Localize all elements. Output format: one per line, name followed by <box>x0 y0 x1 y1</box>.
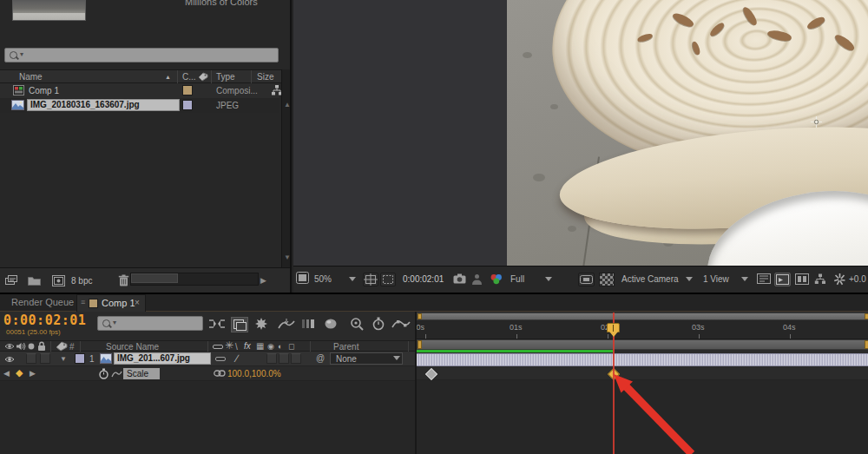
current-timecode[interactable]: 0:00:02:01 <box>3 313 86 328</box>
layer-switch-cell[interactable] <box>266 353 277 364</box>
always-preview-icon[interactable] <box>296 272 309 286</box>
pixel-aspect-icon[interactable] <box>578 273 595 286</box>
scale-value[interactable]: 100.0,100.0% <box>227 369 281 378</box>
magnification-chevron-icon[interactable] <box>349 277 356 281</box>
comp-mini-flowchart-icon[interactable] <box>208 317 226 332</box>
work-area-start-handle[interactable] <box>418 340 422 349</box>
tab-render-queue[interactable]: Render Queue <box>11 297 74 307</box>
viewer-timecode[interactable]: 0:00:02:01 <box>403 273 444 286</box>
show-snapshot-icon[interactable] <box>471 273 483 287</box>
navigator-end-handle[interactable] <box>865 313 868 319</box>
column-label[interactable]: C... <box>182 72 196 82</box>
project-item-footage-selected[interactable]: IMG_20180316_163607.jpg JPEG <box>0 98 279 113</box>
source-name-column-header[interactable]: Source Name <box>106 342 159 352</box>
layer-row-1[interactable]: ▼ 1 IMG_201...607.jpg ∕ @ None <box>0 352 415 366</box>
property-stopwatch-icon[interactable] <box>98 368 109 379</box>
tab-comp-1[interactable]: ≡ Comp 1 × <box>76 294 146 312</box>
layer-label-swatch[interactable] <box>75 353 85 364</box>
column-name[interactable]: Name <box>19 72 43 82</box>
project-item-comp[interactable]: Comp 1 Composi... <box>0 83 279 98</box>
show-channel-icon[interactable] <box>490 273 503 287</box>
label-tag-icon[interactable] <box>198 72 208 82</box>
item-name[interactable]: Comp 1 <box>29 86 59 95</box>
tab-label[interactable]: Comp 1 <box>102 298 135 308</box>
label-color-swatch[interactable] <box>182 85 193 95</box>
layer-shy-toggle[interactable] <box>215 357 226 361</box>
composition-canvas[interactable] <box>293 0 868 266</box>
new-folder-icon[interactable] <box>28 275 41 286</box>
scrollbar-thumb[interactable] <box>131 273 178 283</box>
scroll-down-icon[interactable]: ▼ <box>284 253 291 261</box>
hide-shy-layers-icon[interactable] <box>253 317 271 332</box>
layer-name-selected[interactable]: IMG_201...607.jpg <box>114 352 211 365</box>
view-layout-value[interactable]: 1 View <box>703 273 729 286</box>
graph-toggle-icon[interactable] <box>111 369 122 378</box>
item-name-selected[interactable]: IMG_20180316_163607.jpg <box>27 99 180 111</box>
resolution-value[interactable]: Full <box>510 273 524 286</box>
previous-keyframe-icon[interactable]: ◀ <box>3 369 10 378</box>
motion-blur-icon[interactable] <box>300 317 318 332</box>
parent-column-header[interactable]: Parent <box>333 342 358 352</box>
3d-view-chevron-icon[interactable] <box>686 277 693 281</box>
timeline-search-input[interactable]: ▾ <box>97 316 203 331</box>
auto-keyframe-icon[interactable] <box>349 317 366 332</box>
layer-visibility-eye-icon[interactable] <box>4 355 15 364</box>
audio-toggle-cell[interactable] <box>26 353 36 364</box>
graph-editor-icon[interactable] <box>391 317 413 332</box>
layer-duration-bar[interactable] <box>417 353 868 366</box>
work-area-bar[interactable] <box>417 339 868 350</box>
close-tab-icon[interactable]: × <box>135 298 140 307</box>
trash-icon[interactable] <box>118 274 129 286</box>
next-keyframe-icon[interactable]: ▶ <box>30 369 36 378</box>
parent-dropdown[interactable]: None <box>330 352 403 365</box>
solo-toggle-cell[interactable] <box>40 353 50 364</box>
new-composition-icon[interactable] <box>52 275 65 286</box>
time-ruler[interactable]: 0:00s 01s 02s 03s 04s <box>417 320 868 339</box>
mini-flowchart-icon[interactable] <box>814 273 826 287</box>
fast-previews-icon[interactable] <box>757 273 771 287</box>
3d-view-value[interactable]: Active Camera <box>621 273 679 286</box>
resolution-chevron-icon[interactable] <box>545 277 552 281</box>
project-search-input[interactable]: ▾ <box>4 48 279 63</box>
layer-switch-cell[interactable] <box>291 353 301 364</box>
search-options-chevron-icon[interactable]: ▾ <box>20 50 23 58</box>
column-size[interactable]: Size <box>257 72 279 82</box>
twirl-down-icon[interactable]: ▼ <box>60 355 67 363</box>
layer-switch-cell[interactable] <box>279 353 289 364</box>
constrain-link-icon[interactable] <box>214 370 226 377</box>
transparency-grid-icon[interactable] <box>599 273 615 286</box>
comp-flowchart-icon[interactable] <box>795 273 809 287</box>
stopwatch-icon[interactable] <box>372 317 389 332</box>
parent-pick-whip-icon[interactable]: @ <box>316 353 325 363</box>
view-layout-chevron-icon[interactable] <box>741 277 748 281</box>
work-area-end-handle[interactable] <box>865 340 868 349</box>
property-name[interactable]: Scale <box>123 368 160 379</box>
live-update-icon[interactable] <box>231 317 248 332</box>
interpret-footage-icon[interactable] <box>5 275 20 286</box>
scroll-up-icon[interactable]: ▲ <box>284 101 291 109</box>
project-vertical-scrollbar[interactable]: ▲ ▼ <box>281 69 292 267</box>
time-navigator-bar[interactable] <box>417 313 868 320</box>
navigator-start-handle[interactable] <box>418 313 422 319</box>
timeline-button-icon[interactable] <box>774 273 791 286</box>
sort-ascending-icon[interactable]: ▲ <box>165 74 171 80</box>
scale-property-row[interactable]: ◀ ◆ ▶ Scale 100.0,100.0% <box>0 366 415 381</box>
color-depth-button[interactable]: 8 bpc <box>71 276 92 286</box>
exposure-value[interactable]: +0.0 <box>849 273 866 286</box>
horizontal-scrollbar[interactable] <box>130 273 259 286</box>
keyframe-diamond[interactable] <box>425 368 437 380</box>
scroll-right-icon[interactable]: ▶ <box>260 276 266 285</box>
column-type[interactable]: Type <box>216 72 235 82</box>
playhead-handle[interactable] <box>607 323 620 332</box>
grid-guides-icon[interactable] <box>363 273 378 286</box>
keyframe-toggle-icon[interactable]: ◆ <box>16 367 23 378</box>
magnification-value[interactable]: 50% <box>314 273 332 286</box>
layer-quality-toggle[interactable]: ∕ <box>236 352 238 365</box>
brainstorm-icon[interactable] <box>323 317 340 332</box>
region-of-interest-icon[interactable] <box>380 273 396 286</box>
snapshot-camera-icon[interactable] <box>453 273 466 287</box>
search-options-chevron-icon[interactable]: ▾ <box>113 319 116 326</box>
frame-blending-icon[interactable] <box>278 317 295 332</box>
reset-exposure-icon[interactable] <box>833 273 846 286</box>
label-color-swatch[interactable] <box>182 100 193 110</box>
